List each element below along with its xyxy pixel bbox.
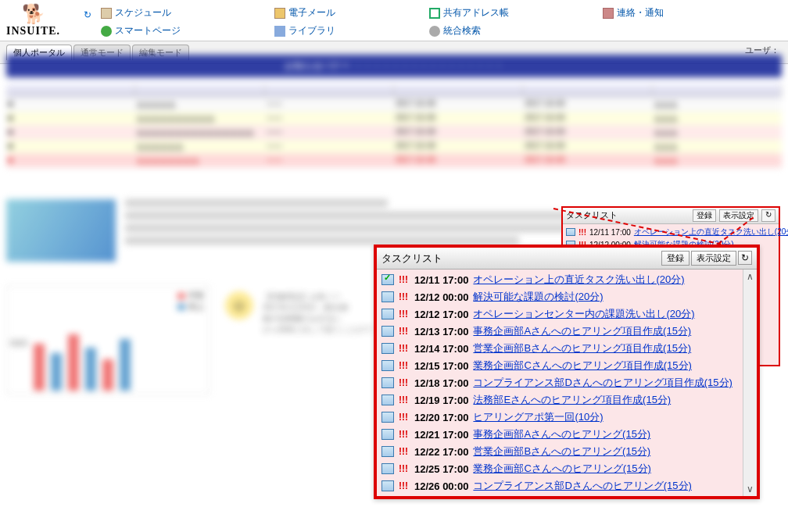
snippet-line: 【対象商品】お魚ソー xyxy=(263,291,372,302)
snippet-line: 娘の幼稚園のお弁当に xyxy=(263,313,372,324)
bar-chart: 予算 売上 6000 xyxy=(6,285,210,395)
task-link[interactable]: コンプライアンス部Dさんへのヒアリング(15分) xyxy=(473,479,692,493)
task-row: !!!12/11 17:00 オペレーション上の直近タスク洗い出し(20分) xyxy=(380,271,740,288)
priority-icon: !!! xyxy=(399,343,410,354)
data-grid: ■あああああーー2017-10-302017-10-30あああ ■あああああああ… xyxy=(6,84,782,168)
priority-icon: !!! xyxy=(399,291,410,302)
nav-email[interactable]: 電子メール xyxy=(274,6,335,20)
task-link[interactable]: 法務部Eさんへのヒアリング項目作成(15分) xyxy=(473,393,671,407)
chart-y-tick: 6000 xyxy=(10,339,27,348)
task-link[interactable]: 解決可能な課題の検討(20分) xyxy=(473,290,603,304)
task-icon xyxy=(381,412,394,423)
task-icon xyxy=(381,446,394,457)
task-datetime: 12/14 17:00 xyxy=(414,343,468,355)
nav-addressbook[interactable]: 共有アドレス帳 xyxy=(429,6,509,20)
task-panel-title: タスクリスト xyxy=(381,252,442,266)
nav-addressbook-label: 共有アドレス帳 xyxy=(443,6,509,20)
task-datetime: 12/12 17:00 xyxy=(414,309,468,320)
scroll-down-icon[interactable]: ∨ xyxy=(747,484,754,495)
logo-icon: 🐕 xyxy=(22,3,45,25)
task-icon xyxy=(381,395,394,405)
smartpage-icon xyxy=(101,26,112,37)
task-link[interactable]: 業務企画部Cさんへのヒアリング(15分) xyxy=(473,462,651,476)
task-widget-small-register-button[interactable]: 登録 xyxy=(693,209,716,222)
nav-smartpage-label: スマートページ xyxy=(115,24,181,37)
task-datetime: 12/19 17:00 xyxy=(414,395,468,406)
task-icon xyxy=(381,377,394,388)
priority-icon: !!! xyxy=(399,463,410,474)
chart-legend: 予算 売上 xyxy=(177,291,204,312)
task-datetime: 12/25 17:00 xyxy=(414,463,468,475)
task-link[interactable]: 事務企画部Aさんへのヒアリング項目作成(15分) xyxy=(473,324,691,338)
task-link[interactable]: ヒアリングアポ第一回(10分) xyxy=(473,410,603,424)
priority-icon: !!! xyxy=(399,446,410,457)
nav-notifications[interactable]: 連絡・通知 xyxy=(603,6,664,20)
nav-search[interactable]: 統合検索 xyxy=(429,24,509,37)
top-nav: 🐕 INSUITE. ↻ スケジュール スマートページ 電子メール ライブラリ … xyxy=(0,0,788,41)
snippet-line: 2017年11月8日（東京都 xyxy=(263,302,372,313)
task-datetime: 12/13 17:00 xyxy=(414,326,468,337)
task-icon xyxy=(381,326,394,337)
scrollbar[interactable]: ∧ ∨ xyxy=(743,270,757,496)
task-row: !!!12/21 17:00 事務企画部Aさんへのヒアリング(15分) xyxy=(380,426,740,443)
announcement-banner: お知らせバナー ・・・・・・・・・・・・・・・・ xyxy=(6,55,782,77)
task-link[interactable]: オペレーション上の直近タスク洗い出し(20分) xyxy=(473,273,684,287)
task-link[interactable]: オペレーションセンター内の課題洗い出し(20分) xyxy=(473,307,694,321)
user-name xyxy=(779,45,782,55)
task-datetime: 12/20 17:00 xyxy=(414,412,468,423)
library-icon xyxy=(274,26,285,37)
task-icon xyxy=(381,480,394,491)
task-panel: タスクリスト 登録 表示設定 ↻ !!!12/11 17:00 オペレーション上… xyxy=(374,245,760,499)
task-icon xyxy=(381,291,394,302)
task-icon xyxy=(381,463,394,474)
task-widget-small-display-button[interactable]: 表示設定 xyxy=(719,209,758,222)
register-button[interactable]: 登録 xyxy=(661,251,690,266)
nav-schedule-label: スケジュール xyxy=(115,6,171,20)
task-done-icon xyxy=(381,274,394,285)
news-snippet: ☺ 【対象商品】お魚ソー 2017年11月8日（東京都 娘の幼稚園のお弁当に か… xyxy=(219,285,378,395)
task-icon xyxy=(566,228,575,236)
logo-text: INSUITE. xyxy=(6,25,60,37)
task-link[interactable]: オペレーション上の直近タスク洗い出し(20分) xyxy=(634,227,788,237)
priority-icon: !!! xyxy=(399,274,410,285)
smile-icon: ☺ xyxy=(225,291,253,320)
nav-library-label: ライブラリ xyxy=(288,24,335,37)
task-widget-small-refresh-button[interactable]: ↻ xyxy=(761,209,775,222)
priority-icon: !!! xyxy=(399,429,410,440)
task-row: !!!12/19 17:00 法務部Eさんへのヒアリング項目作成(15分) xyxy=(380,391,740,409)
task-row: !!!12/26 00:00 コンプライアンス部Dさんへのヒアリング(15分) xyxy=(380,477,740,495)
task-datetime: 12/26 00:00 xyxy=(414,480,468,492)
task-datetime: 12/15 17:00 xyxy=(414,360,468,372)
nav-schedule[interactable]: スケジュール xyxy=(101,6,181,20)
task-row: !!!12/15 17:00 業務企画部Cさんへのヒアリング項目作成(15分) xyxy=(380,357,740,374)
news-image xyxy=(6,199,116,262)
task-link[interactable]: 営業企画部Bさんへのヒアリング項目作成(15分) xyxy=(473,341,691,355)
task-row: !!!12/20 17:00 ヒアリングアポ第一回(10分) xyxy=(380,409,740,426)
nav-email-label: 電子メール xyxy=(288,6,335,20)
task-link[interactable]: 事務企画部Aさんへのヒアリング(15分) xyxy=(473,427,650,441)
scroll-up-icon[interactable]: ∧ xyxy=(747,271,754,282)
display-settings-button[interactable]: 表示設定 xyxy=(691,251,736,266)
task-row: !!!12/12 17:00 オペレーションセンター内の課題洗い出し(20分) xyxy=(380,305,740,323)
task-datetime: 12/18 17:00 xyxy=(414,377,468,389)
nav-notifications-label: 連絡・通知 xyxy=(617,6,664,20)
nav-search-label: 統合検索 xyxy=(443,24,481,37)
addressbook-icon xyxy=(429,8,440,19)
nav-smartpage[interactable]: スマートページ xyxy=(101,24,181,37)
task-datetime: 12/12 00:00 xyxy=(414,291,468,303)
nav-library[interactable]: ライブラリ xyxy=(274,24,335,37)
snippet-line: から簡単に出して使うことがで xyxy=(263,324,372,335)
task-link[interactable]: 営業企画部Bさんへのヒアリング(15分) xyxy=(473,445,650,459)
priority-icon: !!! xyxy=(399,412,410,423)
priority-icon: !!! xyxy=(399,309,410,320)
priority-icon: !!! xyxy=(399,326,410,337)
refresh-button[interactable]: ↻ xyxy=(738,251,752,265)
task-link[interactable]: コンプライアンス部Dさんへのヒアリング項目作成(15分) xyxy=(473,376,732,390)
logo: 🐕 INSUITE. xyxy=(6,3,60,37)
schedule-icon xyxy=(101,8,112,19)
priority-icon: !!! xyxy=(399,360,410,371)
task-icon xyxy=(381,429,394,440)
refresh-icon[interactable]: ↻ xyxy=(84,9,91,20)
task-link[interactable]: 業務企画部Cさんへのヒアリング項目作成(15分) xyxy=(473,359,692,373)
mail-icon xyxy=(274,8,285,19)
